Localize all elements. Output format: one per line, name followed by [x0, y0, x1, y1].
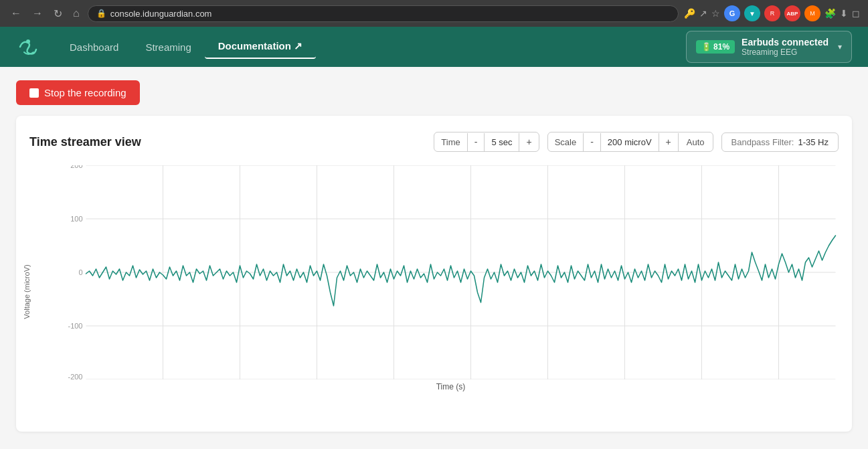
- svg-text:-100: -100: [68, 322, 82, 330]
- svg-text:-200: -200: [68, 373, 82, 379]
- bandpass-value: 1-35 Hz: [798, 137, 829, 147]
- ext-google-icon[interactable]: G: [724, 5, 740, 21]
- extensions-puzzle-icon[interactable]: 🧩: [824, 8, 836, 19]
- chart-card: Time streamer view Time - 5 sec + Scale …: [16, 116, 852, 432]
- ext-abp-icon[interactable]: ABP: [784, 5, 800, 21]
- auto-button[interactable]: Auto: [678, 133, 713, 151]
- device-sub: Streaming EEG: [742, 48, 829, 57]
- navbar: Dashboard Streaming Documentation ↗ 🔋 81…: [0, 27, 868, 67]
- x-axis-label: Time (s): [63, 382, 839, 391]
- chart-container: Voltage (microV): [29, 165, 839, 418]
- scale-minus-button[interactable]: -: [584, 132, 600, 151]
- nav-documentation[interactable]: Documentation ↗: [205, 35, 316, 59]
- device-info: Earbuds connected Streaming EEG: [742, 37, 829, 57]
- eeg-waveform: [86, 236, 836, 306]
- window-icon[interactable]: ◻: [852, 8, 860, 19]
- ext-orange-icon[interactable]: M: [804, 5, 820, 21]
- nav-right: 🔋 81% Earbuds connected Streaming EEG ▾: [686, 31, 852, 63]
- time-minus-button[interactable]: -: [468, 132, 485, 151]
- svg-text:100: 100: [70, 215, 82, 223]
- browser-icons: 🔑 ↗ ☆ G ▼ R ABP M 🧩 ⬇ ◻: [684, 5, 860, 21]
- stop-recording-button[interactable]: Stop the recording: [16, 80, 140, 105]
- nav-links: Dashboard Streaming Documentation ↗: [56, 35, 686, 59]
- nav-dashboard[interactable]: Dashboard: [56, 36, 132, 58]
- bandpass-label: Bandpass Filter:: [731, 137, 794, 147]
- forward-button[interactable]: →: [29, 5, 46, 22]
- y-axis-label: Voltage (microV): [23, 264, 31, 319]
- battery-indicator: 🔋 81%: [696, 40, 735, 54]
- refresh-button[interactable]: ↻: [51, 5, 65, 23]
- stop-icon: [29, 88, 39, 98]
- scale-label: Scale: [548, 133, 584, 151]
- address-bar[interactable]: 🔒 console.idunguardian.com: [88, 5, 679, 22]
- home-button[interactable]: ⌂: [70, 5, 82, 22]
- share-icon[interactable]: ↗: [699, 8, 707, 19]
- battery-icon-symbol: 🔋: [701, 42, 711, 52]
- chart-controls: Time - 5 sec + Scale - 200 microV + Auto…: [434, 132, 839, 152]
- scale-control-group: Scale - 200 microV + Auto: [547, 132, 713, 152]
- bandpass-filter: Bandpass Filter: 1-35 Hz: [721, 132, 839, 152]
- nav-streaming[interactable]: Streaming: [132, 36, 204, 58]
- stop-button-label: Stop the recording: [44, 87, 126, 98]
- scale-value: 200 microV: [600, 133, 659, 151]
- svg-text:0: 0: [78, 268, 82, 276]
- time-value: 5 sec: [484, 133, 519, 151]
- time-label: Time: [434, 133, 467, 151]
- logo-icon: [16, 35, 40, 59]
- star-icon[interactable]: ☆: [711, 8, 720, 19]
- content: Stop the recording Time streamer view Ti…: [0, 67, 868, 449]
- url-text: console.idunguardian.com: [110, 9, 212, 19]
- eeg-chart: 200 100 0 -100 -200 15:06:38 15:06:39 15…: [63, 165, 839, 379]
- lock-icon: 🔒: [96, 9, 106, 18]
- time-control-group: Time - 5 sec +: [434, 132, 539, 152]
- device-name: Earbuds connected: [742, 37, 829, 48]
- back-button[interactable]: ←: [8, 5, 24, 22]
- ext-twitter-icon[interactable]: ▼: [744, 5, 760, 21]
- chart-header: Time streamer view Time - 5 sec + Scale …: [29, 132, 839, 152]
- download-icon[interactable]: ⬇: [840, 8, 848, 19]
- key-icon: 🔑: [684, 8, 695, 19]
- device-status-btn[interactable]: 🔋 81% Earbuds connected Streaming EEG ▾: [686, 31, 852, 63]
- svg-point-0: [26, 39, 30, 43]
- scale-plus-button[interactable]: +: [659, 132, 678, 151]
- chart-title: Time streamer view: [29, 135, 141, 149]
- svg-text:200: 200: [70, 165, 82, 169]
- logo[interactable]: [16, 35, 40, 59]
- ext-red-icon[interactable]: R: [764, 5, 780, 21]
- time-plus-button[interactable]: +: [519, 132, 538, 151]
- chevron-down-icon: ▾: [838, 42, 842, 52]
- browser-chrome: ← → ↻ ⌂ 🔒 console.idunguardian.com 🔑 ↗ ☆…: [0, 0, 868, 27]
- battery-pct: 81%: [713, 42, 729, 52]
